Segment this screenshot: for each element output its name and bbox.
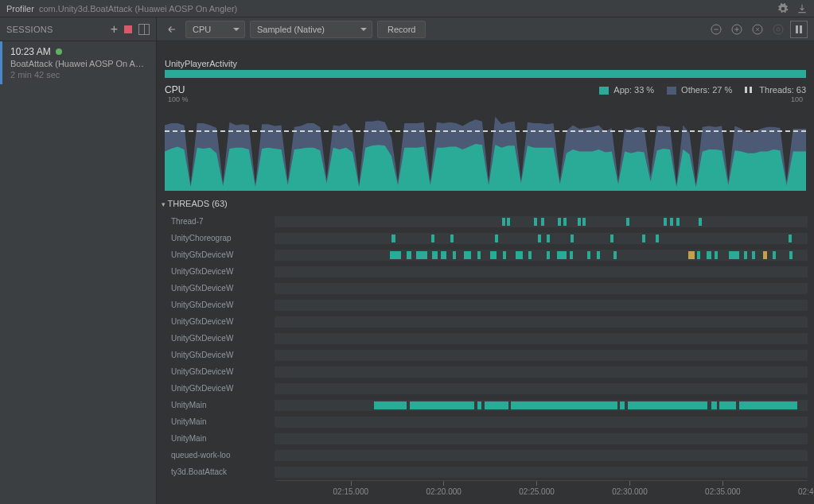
thread-segment[interactable]	[431, 235, 434, 242]
thread-segment[interactable]	[670, 218, 673, 226]
thread-segment[interactable]	[547, 235, 550, 242]
thread-row[interactable]: UnityMain	[157, 397, 808, 413]
thread-segment[interactable]	[410, 401, 475, 409]
thread-row[interactable]: UnityGfxDeviceW	[157, 330, 808, 347]
thread-segment[interactable]	[485, 401, 508, 409]
thread-track[interactable]	[275, 316, 808, 328]
thread-track[interactable]	[275, 333, 808, 344]
thread-segment[interactable]	[453, 251, 456, 259]
thread-segment[interactable]	[610, 235, 613, 242]
thread-segment[interactable]	[502, 218, 505, 226]
zoom-reset-button[interactable]	[749, 21, 766, 38]
thread-segment[interactable]	[563, 218, 567, 226]
thread-segment[interactable]	[628, 401, 708, 409]
layout-toggle-button[interactable]	[138, 24, 150, 35]
thread-row[interactable]: UnityGfxDeviceW	[157, 347, 808, 363]
thread-segment[interactable]	[587, 251, 590, 259]
thread-segment[interactable]	[711, 401, 717, 409]
thread-segment[interactable]	[477, 251, 481, 259]
gear-icon[interactable]	[777, 3, 789, 14]
thread-segment[interactable]	[538, 235, 541, 242]
record-button[interactable]: Record	[377, 21, 426, 38]
thread-track[interactable]	[275, 450, 808, 461]
thread-row[interactable]: queued-work-loo	[157, 447, 808, 463]
zoom-out-button[interactable]	[707, 21, 725, 38]
thread-segment[interactable]	[416, 251, 426, 259]
thread-segment[interactable]	[597, 251, 600, 259]
profiler-type-select[interactable]: CPU	[185, 21, 245, 38]
thread-segment[interactable]	[391, 235, 395, 242]
thread-segment[interactable]	[570, 251, 573, 259]
thread-segment[interactable]	[699, 218, 702, 226]
thread-segment[interactable]	[516, 251, 523, 259]
thread-segment[interactable]	[664, 218, 667, 226]
thread-segment[interactable]	[441, 251, 446, 259]
thread-track[interactable]	[275, 216, 808, 227]
thread-segment[interactable]	[626, 218, 629, 226]
thread-track[interactable]	[275, 467, 808, 478]
thread-segment[interactable]	[558, 218, 561, 226]
thread-track[interactable]	[275, 250, 808, 261]
thread-track[interactable]	[275, 266, 808, 277]
thread-segment[interactable]	[477, 401, 481, 409]
thread-track[interactable]	[275, 433, 808, 444]
thread-row[interactable]: UnityGfxDeviceW	[157, 263, 808, 280]
thread-track[interactable]	[275, 417, 808, 428]
thread-segment[interactable]	[390, 251, 400, 259]
thread-track[interactable]	[275, 366, 808, 378]
thread-segment[interactable]	[490, 251, 497, 259]
back-button[interactable]	[163, 21, 181, 38]
thread-row[interactable]: UnityGfxDeviceW	[157, 313, 808, 330]
thread-segment[interactable]	[557, 251, 567, 259]
pause-button[interactable]	[790, 21, 808, 38]
thread-segment[interactable]	[547, 251, 550, 259]
thread-row[interactable]: UnityGfxDeviceW	[157, 363, 808, 380]
thread-track[interactable]	[275, 233, 808, 244]
thread-segment[interactable]	[729, 251, 739, 259]
thread-segment[interactable]	[503, 251, 506, 259]
thread-row[interactable]: UnityMain	[157, 430, 808, 447]
thread-segment[interactable]	[582, 218, 586, 226]
thread-segment[interactable]	[739, 401, 796, 409]
thread-track[interactable]	[275, 383, 808, 394]
thread-segment[interactable]	[773, 251, 776, 259]
thread-row[interactable]: UnityChoreograp	[157, 230, 808, 246]
thread-segment[interactable]	[719, 401, 735, 409]
thread-row[interactable]: UnityGfxDeviceW	[157, 297, 808, 313]
thread-segment[interactable]	[715, 251, 718, 259]
thread-segment[interactable]	[464, 251, 471, 259]
thread-segment[interactable]	[752, 251, 755, 259]
add-session-button[interactable]: +	[111, 22, 118, 37]
zoom-in-button[interactable]	[728, 21, 746, 38]
thread-segment[interactable]	[789, 235, 792, 242]
thread-segment[interactable]	[613, 251, 617, 259]
thread-segment[interactable]	[450, 235, 454, 242]
thread-segment[interactable]	[495, 235, 498, 242]
thread-row[interactable]: ty3d.BoatAttack	[157, 463, 808, 480]
download-icon[interactable]	[796, 3, 808, 14]
thread-segment[interactable]	[688, 251, 695, 259]
thread-segment[interactable]	[620, 401, 624, 409]
thread-row[interactable]: UnityGfxDeviceW	[157, 280, 808, 297]
thread-track[interactable]	[275, 400, 808, 411]
thread-segment[interactable]	[507, 218, 510, 226]
recording-mode-select[interactable]: Sampled (Native)	[250, 21, 372, 38]
thread-segment[interactable]	[511, 401, 617, 409]
threads-heading[interactable]: THREADS (63)	[157, 197, 808, 213]
thread-segment[interactable]	[744, 251, 747, 259]
thread-segment[interactable]	[534, 218, 537, 226]
thread-row[interactable]: UnityMain	[157, 413, 808, 430]
thread-segment[interactable]	[432, 251, 438, 259]
thread-segment[interactable]	[642, 235, 645, 242]
thread-row[interactable]: UnityGfxDeviceW	[157, 380, 808, 397]
thread-segment[interactable]	[578, 218, 581, 226]
thread-segment[interactable]	[763, 251, 767, 259]
thread-segment[interactable]	[789, 251, 793, 259]
cpu-chart[interactable]: 100 % 100 50 50	[165, 97, 806, 191]
session-item[interactable]: 10:23 AM BoatAttack (Huawei AOSP On An… …	[0, 41, 156, 84]
thread-segment[interactable]	[707, 251, 712, 259]
thread-segment[interactable]	[541, 218, 544, 226]
thread-segment[interactable]	[374, 401, 407, 409]
thread-segment[interactable]	[697, 251, 700, 259]
thread-segment[interactable]	[528, 251, 532, 259]
